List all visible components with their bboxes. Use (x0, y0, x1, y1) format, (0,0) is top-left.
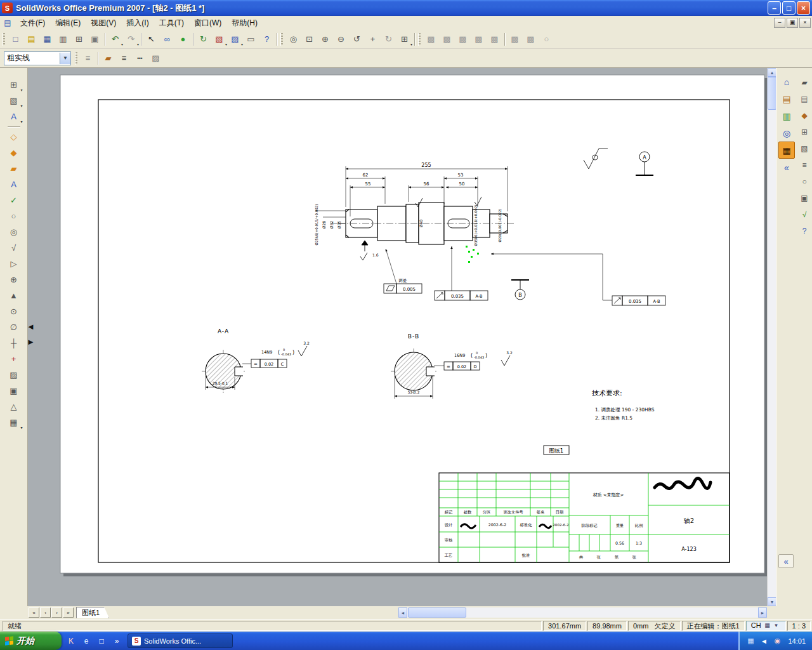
last-sheet-button[interactable]: » (63, 607, 74, 618)
select-icon[interactable]: ↖ (143, 32, 159, 47)
make-drawing-icon[interactable]: ▧▾ (211, 32, 227, 47)
model-items-icon[interactable]: ◆ (5, 145, 23, 161)
perspective-icon[interactable]: ▩ (487, 32, 502, 47)
splitter-right-icon[interactable]: ► (23, 335, 39, 350)
menu-tools[interactable]: 工具(T) (154, 16, 189, 30)
maximize-button[interactable]: □ (782, 1, 796, 15)
drawing-sheet[interactable]: 255 62 55 53 56 50 Ø25k6(+0.015/+0.002) … (28, 68, 767, 606)
menu-file[interactable]: 文件(F) (15, 16, 50, 30)
view-layout-icon[interactable]: ⊞▾ (5, 77, 23, 93)
line-thickness-icon[interactable]: ≡ (116, 51, 132, 66)
search-icon[interactable]: ◎ (778, 124, 795, 142)
circle-tool-icon[interactable]: ○ (797, 173, 811, 190)
view-orientation-icon[interactable]: ⊞▾ (396, 32, 412, 47)
line-color-icon[interactable]: ▰ (100, 51, 116, 66)
scroll-up-icon[interactable]: ▲ (768, 68, 776, 77)
tray-volume-icon[interactable]: ◄ (758, 635, 769, 647)
redo-icon[interactable]: ↷▾ (123, 32, 139, 47)
splitter-left-icon[interactable]: ◄ (23, 319, 39, 335)
hidden-lines-icon[interactable]: ▩ (455, 32, 471, 47)
block-pane-icon[interactable]: ▣ (797, 190, 811, 206)
horizontal-scrollbar[interactable]: ◄ ► (398, 607, 767, 618)
list-pane-icon[interactable]: ≡ (797, 157, 811, 173)
print-icon[interactable]: ▥ (55, 32, 71, 47)
vertical-scroll-thumb[interactable] (768, 77, 776, 110)
combo-dropdown-icon[interactable]: ▼ (60, 53, 70, 64)
start-button[interactable]: 开始 (0, 632, 62, 650)
show-desktop-icon[interactable]: □ (95, 634, 108, 648)
ie-icon[interactable]: e (79, 634, 93, 648)
block-icon[interactable]: ▣ (5, 383, 23, 399)
tools-pane-icon[interactable]: ▰ (797, 74, 811, 91)
make-assembly-icon[interactable]: ▨▾ (227, 32, 243, 47)
menu-edit[interactable]: 编辑(E) (50, 16, 86, 30)
keyboard-layout-icon[interactable]: ▦ (763, 621, 772, 630)
geometric-tolerance-icon[interactable]: ⊕ (5, 272, 23, 288)
zoom-fit-icon[interactable]: ◎ (285, 32, 301, 47)
area-hatch-icon[interactable]: ▨ (5, 367, 23, 383)
grid-pane-icon[interactable]: ⊞ (797, 124, 811, 140)
drawing-viewport[interactable]: 255 62 55 53 56 50 Ø25k6(+0.015/+0.002) … (28, 68, 767, 606)
sheet-paper[interactable] (60, 75, 764, 573)
undo-icon[interactable]: ↶▾ (107, 32, 123, 47)
document-icon[interactable]: ▤ (3, 18, 13, 28)
first-sheet-button[interactable]: « (29, 607, 39, 618)
surface-finish-icon[interactable]: √ (5, 240, 23, 256)
layer-properties-icon[interactable]: ≡ (80, 51, 96, 66)
sw-resources-icon[interactable]: ⌂ (778, 73, 795, 90)
stoplight-icon[interactable]: ● (175, 32, 191, 47)
section-view-icon[interactable]: ▩ (507, 32, 523, 47)
menu-help[interactable]: 帮助(H) (226, 16, 263, 30)
copy-icon[interactable]: ▣ (87, 32, 103, 47)
language-bar[interactable]: CH ▦▾ (746, 621, 786, 631)
hide-show-edges-icon[interactable]: ▨ (148, 51, 164, 66)
check-pane-icon[interactable]: √ (797, 206, 811, 223)
line-style-combo[interactable]: 粗实线 ▼ (4, 51, 71, 65)
child-minimize-button[interactable]: – (774, 18, 785, 28)
datum-feature-icon[interactable]: ▲ (5, 288, 23, 303)
menu-window[interactable]: 窗口(W) (189, 16, 226, 30)
close-button[interactable]: × (797, 1, 810, 15)
center-mark-icon[interactable]: + (5, 351, 23, 367)
rotate-view-icon[interactable]: ↻ (381, 32, 396, 47)
tables-icon[interactable]: ▦▾ (5, 415, 23, 430)
sheet-tab-active[interactable]: 图纸1 (76, 607, 109, 618)
format-painter-icon[interactable]: ▰ (5, 161, 23, 176)
note-icon[interactable]: A (5, 176, 23, 192)
view-palette-icon[interactable]: ▦ (778, 142, 795, 159)
next-sheet-button[interactable]: › (51, 607, 62, 618)
child-restore-button[interactable]: ▣ (787, 18, 798, 28)
rebuild-icon[interactable]: ↻ (195, 32, 211, 47)
library2-icon[interactable]: ▤ (797, 91, 811, 107)
curvature-icon[interactable]: ▩ (523, 32, 539, 47)
collapse-bottom-icon[interactable]: « (778, 554, 794, 568)
zoom-area-icon[interactable]: ⊡ (301, 32, 317, 47)
vertical-scrollbar[interactable]: ▲ ▼ (767, 68, 776, 606)
app-icon[interactable]: S (2, 3, 13, 13)
new-icon[interactable]: □ (8, 32, 23, 47)
scroll-left-icon[interactable]: ◄ (398, 607, 407, 618)
pane-splitter[interactable]: ◄► (28, 324, 34, 345)
auto-balloon-icon[interactable]: ◎ (5, 224, 23, 240)
draft-analysis-icon[interactable]: ○ (539, 32, 554, 47)
weld-symbol-icon[interactable]: ▷ (5, 256, 23, 272)
text-format-icon[interactable]: A▾ (5, 109, 23, 124)
ql-expand-icon[interactable]: » (110, 634, 124, 648)
file-explorer-icon[interactable]: ▥ (778, 107, 795, 124)
help-icon[interactable]: ? (259, 32, 275, 47)
hole-callout-icon[interactable]: ∅ (5, 319, 23, 335)
collapse-taskpane-icon[interactable]: « (778, 159, 795, 176)
language-indicator[interactable]: CH (751, 621, 761, 630)
centerline-icon[interactable]: ┼ (5, 335, 23, 351)
tray-safety-icon[interactable]: ◉ (771, 635, 783, 647)
hatch-pane-icon[interactable]: ▧ (797, 140, 811, 157)
sheet-properties-icon[interactable]: ▭ (243, 32, 259, 47)
scroll-down-icon[interactable]: ▼ (768, 597, 776, 606)
prev-sheet-button[interactable]: ‹ (40, 607, 51, 618)
open-icon[interactable]: ▤ (23, 32, 39, 47)
scroll-right-icon[interactable]: ► (758, 607, 767, 618)
line-style-icon[interactable]: ┅ (132, 51, 148, 66)
design-library-icon[interactable]: ▤ (778, 90, 795, 107)
taskbar-app-button[interactable]: S SolidWorks Offic... (128, 633, 233, 648)
pan-icon[interactable]: + (365, 32, 381, 47)
